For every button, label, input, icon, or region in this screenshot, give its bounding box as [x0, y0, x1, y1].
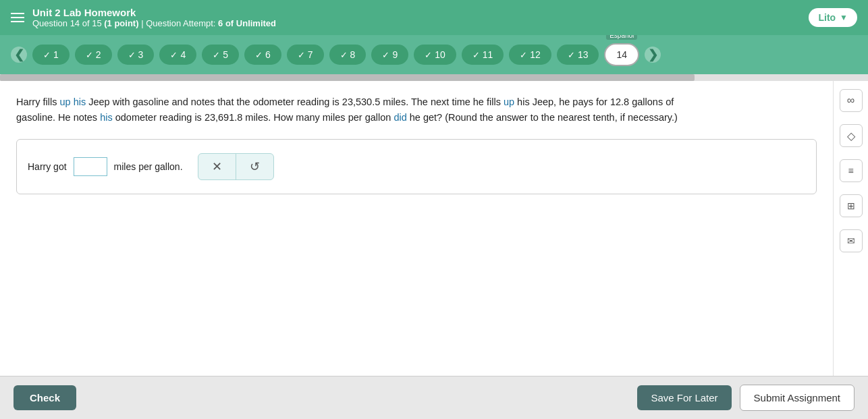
menu-icon[interactable] — [11, 13, 24, 22]
text-up1: up — [59, 96, 70, 107]
attempt-value: 6 of Unlimited — [218, 18, 276, 28]
list-tool-icon[interactable]: ≡ — [840, 159, 863, 182]
espanol-label: Español — [606, 35, 637, 40]
assignment-name: Unit 2 Lab Homework — [32, 7, 276, 18]
check-button[interactable]: Check — [13, 385, 76, 410]
question-btn-14[interactable]: 14 — [604, 43, 639, 66]
diamond-icon: ◇ — [847, 130, 855, 142]
answer-prefix: Harry got — [28, 161, 67, 172]
question-btn-4[interactable]: ✓ 4 — [159, 45, 196, 65]
nav-scroll-left[interactable]: ❮ — [11, 47, 27, 63]
scroll-track — [0, 74, 868, 81]
question-btn-1[interactable]: ✓ 1 — [32, 45, 70, 65]
question-point: (1 point) — [104, 18, 138, 28]
header: Unit 2 Lab Homework Question 14 of 15 (1… — [0, 0, 868, 35]
question-btn-12[interactable]: ✓ 12 — [509, 45, 551, 65]
question-btn-10[interactable]: ✓ 10 — [414, 45, 456, 65]
text-up2: up — [504, 96, 514, 107]
envelope-tool-icon[interactable]: ✉ — [840, 229, 863, 252]
list-icon: ≡ — [848, 165, 853, 176]
user-badge[interactable]: Lito ▼ — [809, 8, 857, 27]
text-did: did — [394, 112, 406, 123]
question-btn-2[interactable]: ✓ 2 — [75, 45, 112, 65]
question-btn-3[interactable]: ✓ 3 — [117, 45, 155, 65]
answer-suffix: miles per gallon. — [114, 161, 183, 172]
footer: Check Save For Later Submit Assignment — [0, 376, 868, 419]
user-name: Lito — [818, 12, 836, 23]
question-btn-9[interactable]: ✓ 9 — [371, 45, 408, 65]
question-btn-13[interactable]: ✓ 13 — [557, 45, 599, 65]
chevron-down-icon: ▼ — [840, 13, 848, 22]
right-sidebar: ∞ ◇ ≡ ⊞ ✉ — [833, 81, 868, 376]
answer-input[interactable] — [74, 157, 107, 176]
clear-button[interactable]: ✕ — [198, 154, 236, 179]
answer-box: Harry got miles per gallon. ✕ ↺ — [16, 139, 817, 194]
header-title: Unit 2 Lab Homework Question 14 of 15 (1… — [32, 7, 276, 28]
scroll-thumb[interactable] — [0, 74, 695, 81]
question-btn-7[interactable]: ✓ 7 — [287, 45, 324, 65]
answer-action-buttons: ✕ ↺ — [198, 153, 274, 180]
question-text: Harry fills up his Jeep with gasoline an… — [16, 94, 817, 125]
attempt-prefix: Question Attempt: — [146, 18, 218, 28]
question-btn-6[interactable]: ✓ 6 — [244, 45, 281, 65]
infinity-icon: ∞ — [847, 94, 855, 107]
envelope-icon: ✉ — [847, 235, 855, 246]
table-icon: ⊞ — [847, 200, 855, 211]
question-btn-5[interactable]: ✓ 5 — [202, 45, 239, 65]
table-tool-icon[interactable]: ⊞ — [840, 194, 863, 217]
main-content: Harry fills up his Jeep with gasoline an… — [0, 81, 868, 376]
infinity-tool-icon[interactable]: ∞ — [840, 89, 863, 112]
header-left: Unit 2 Lab Homework Question 14 of 15 (1… — [11, 7, 276, 28]
question-btn-8[interactable]: ✓ 8 — [329, 45, 367, 65]
question-info-prefix: Question 14 of 15 — [32, 18, 104, 28]
diamond-tool-icon[interactable]: ◇ — [840, 124, 863, 147]
separator: | — [139, 18, 146, 28]
text-his1: his — [74, 96, 86, 107]
save-later-button[interactable]: Save For Later — [637, 385, 731, 410]
text-his2: his — [100, 112, 113, 123]
question-nav-bar: ❮ ✓ 1 ✓ 2 ✓ 3 ✓ 4 ✓ 5 ✓ 6 ✓ 7 ✓ 8 ✓ 9 ✓ … — [0, 35, 868, 74]
question-btn-11[interactable]: ✓ 11 — [462, 45, 504, 65]
question-info: Question 14 of 15 (1 point) | Question A… — [32, 18, 276, 28]
submit-button[interactable]: Submit Assignment — [740, 385, 855, 411]
undo-button[interactable]: ↺ — [236, 154, 273, 179]
footer-right: Save For Later Submit Assignment — [637, 385, 855, 411]
nav-scroll-right[interactable]: ❯ — [645, 47, 661, 63]
question-area: Harry fills up his Jeep with gasoline an… — [0, 81, 833, 376]
